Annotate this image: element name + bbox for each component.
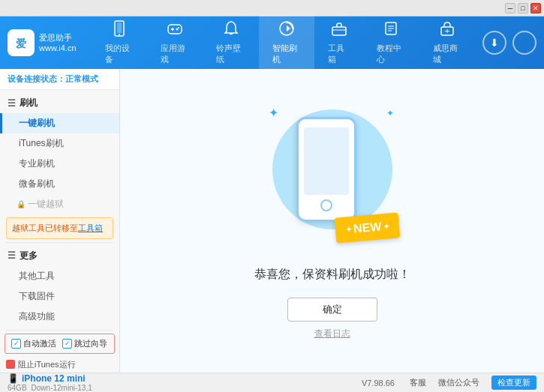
phone-screen	[304, 127, 349, 195]
phone-device	[296, 117, 356, 222]
sidebar-divider-2	[6, 330, 113, 331]
checkbox-area: ✓ 自动激活 ✓ 跳过向导	[5, 334, 115, 354]
wechat-link[interactable]: 微信公众号	[438, 377, 479, 388]
device-info-section: 📱 iPhone 12 mini 64GB Down-12mini-13,1	[8, 373, 128, 392]
main-layout: 设备连接状态：正常模式 ☰ 刷机 一键刷机 iTunes刷机 专业刷机 微备刷机…	[0, 69, 544, 373]
svg-text:爱: 爱	[16, 37, 26, 49]
jailbreak-disabled: 🔒 一键越狱	[0, 194, 119, 214]
sidebar-item-pro-flash[interactable]: 专业刷机	[0, 154, 119, 174]
skip-wizard-checkbox[interactable]: ✓ 跳过向导	[62, 338, 107, 349]
svg-point-9	[178, 27, 179, 28]
bottom-bar: 📱 iPhone 12 mini 64GB Down-12mini-13,1 V…	[0, 373, 544, 392]
profile-button[interactable]: 👤	[512, 31, 536, 55]
jailbreak-notice: 越狱工具已转移至工具箱	[6, 217, 113, 239]
logo-area: 爱 爱思助手 www.i4.cn	[8, 29, 77, 56]
top-nav: 爱 爱思助手 www.i4.cn 我的设备	[0, 16, 544, 69]
svg-point-4	[119, 34, 120, 35]
itunes-bar[interactable]: 阻止iTunes运行	[0, 357, 119, 373]
nav-tutorial[interactable]: 教程中心	[363, 14, 419, 71]
nav-my-device[interactable]: 我的设备	[92, 14, 147, 71]
flash-section: ☰ 刷机 一键刷机 iTunes刷机 专业刷机 微备刷机	[0, 93, 119, 194]
sparkle-tl-icon: ✦	[269, 106, 278, 120]
nav-my-device-label: 我的设备	[105, 43, 134, 65]
nav-toolbox[interactable]: 工具箱	[314, 14, 363, 71]
nav-apps-games[interactable]: 应用游戏	[147, 14, 203, 71]
book-icon	[383, 20, 399, 40]
success-illustration: ✦ ✦ NEW	[265, 102, 400, 252]
auto-activate-checkbox[interactable]: ✓ 自动激活	[11, 338, 56, 349]
svg-rect-11	[332, 27, 346, 35]
phone-home-button	[320, 199, 332, 211]
toolbox-icon	[331, 20, 347, 40]
nav-wei-mall-label: 威思商城	[433, 43, 461, 65]
close-button[interactable]: ✕	[530, 3, 541, 13]
auto-activate-box: ✓	[11, 339, 21, 349]
nav-ringtones-label: 铃声壁纸	[216, 43, 245, 65]
nav-smart-flash-label: 智能刷机	[272, 43, 301, 65]
confirm-button[interactable]: 确定	[287, 298, 377, 322]
version-label: V7.98.66	[362, 379, 395, 388]
content-area: ✦ ✦ NEW 恭喜您，保资料刷机成功啦！ 确定 查看日志	[120, 69, 544, 373]
sparkle-tr-icon: ✦	[386, 108, 394, 118]
more-section-header: ☰ 更多	[0, 246, 119, 266]
store-icon	[439, 20, 455, 40]
svg-point-8	[176, 28, 179, 31]
minimize-button[interactable]: ─	[505, 3, 515, 13]
device-name: iPhone 12 mini	[22, 373, 86, 384]
sidebar-item-one-click-flash[interactable]: 一键刷机	[0, 113, 119, 133]
new-badge: NEW	[335, 212, 401, 243]
skip-wizard-box: ✓	[62, 339, 72, 349]
flash-section-icon: ☰	[8, 98, 16, 109]
phone-small-icon: 📱	[8, 373, 19, 384]
device-storage: 64GB	[8, 384, 27, 392]
nav-smart-flash[interactable]: 智能刷机	[259, 14, 314, 71]
svg-rect-3	[117, 22, 122, 33]
flash-icon	[278, 20, 295, 40]
more-section-icon: ☰	[8, 250, 16, 261]
bell-icon	[223, 20, 239, 40]
svg-rect-5	[168, 25, 182, 34]
nav-wei-mall[interactable]: 威思商城	[419, 14, 475, 71]
device-model: Down-12mini-13,1	[32, 384, 92, 392]
customer-service-link[interactable]: 客服	[410, 377, 426, 388]
sidebar-item-download-fw[interactable]: 下载固件	[0, 286, 119, 307]
sidebar: 设备连接状态：正常模式 ☰ 刷机 一键刷机 iTunes刷机 专业刷机 微备刷机…	[0, 69, 120, 373]
logo-text: 爱思助手 www.i4.cn	[39, 32, 77, 54]
nav-items: 我的设备 应用游戏 铃声壁纸	[92, 14, 475, 71]
nav-tutorial-label: 教程中心	[377, 43, 405, 65]
more-section: ☰ 更多 其他工具 下载固件 高级功能	[0, 246, 119, 327]
sidebar-item-save-flash[interactable]: 微备刷机	[0, 174, 119, 194]
nav-apps-games-label: 应用游戏	[161, 43, 189, 65]
check-update-button[interactable]: 检查更新	[491, 376, 536, 390]
logo-icon: 爱	[8, 29, 35, 56]
flash-section-header: ☰ 刷机	[0, 93, 119, 113]
gamepad-icon	[167, 20, 183, 40]
maximize-button[interactable]: □	[518, 3, 528, 13]
phone-icon	[111, 20, 128, 40]
stop-icon	[6, 360, 15, 369]
success-title: 恭喜您，保资料刷机成功啦！	[254, 267, 410, 283]
sidebar-item-itunes-flash[interactable]: iTunes刷机	[0, 133, 119, 154]
nav-toolbox-label: 工具箱	[328, 43, 350, 65]
nav-ringtones[interactable]: 铃声壁纸	[203, 14, 258, 71]
sidebar-divider	[6, 242, 113, 243]
status-bar: 设备连接状态：正常模式	[0, 69, 119, 90]
sidebar-item-advanced[interactable]: 高级功能	[0, 307, 119, 327]
sidebar-item-other-tools[interactable]: 其他工具	[0, 266, 119, 286]
download-button[interactable]: ⬇	[482, 31, 506, 55]
daily-link[interactable]: 查看日志	[314, 328, 350, 340]
lock-icon: 🔒	[17, 200, 26, 208]
nav-right: ⬇ 👤	[482, 31, 536, 55]
